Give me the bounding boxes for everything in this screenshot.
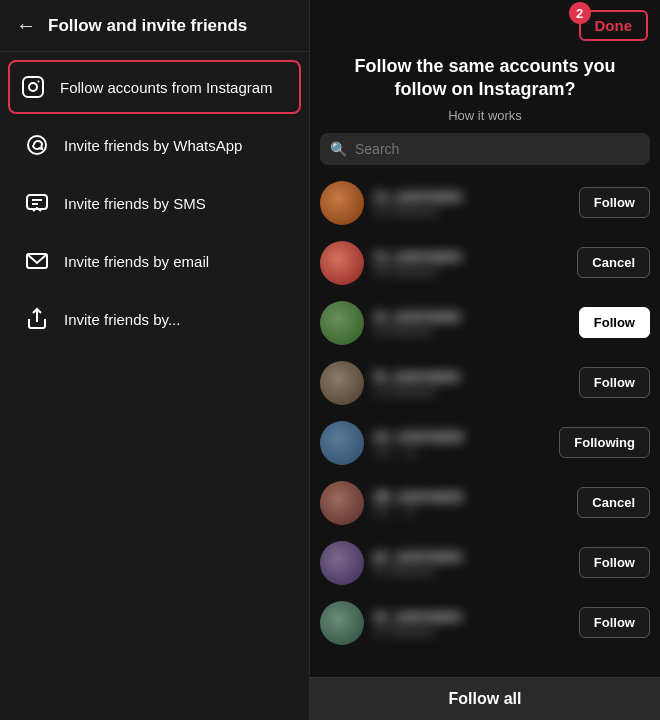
follow-all-bar: Follow all [310,677,660,720]
account-name: ak_username [374,488,567,504]
following-button[interactable]: Following [559,427,650,458]
sidebar-item-sms-label: Invite friends by SMS [64,195,206,212]
avatar [320,241,364,285]
search-input[interactable] [355,141,640,157]
account-info: pr_username Pr fullname [374,548,569,578]
account-info: m_username M fullname [374,308,569,338]
account-info: ar_username Ar fullname [374,608,569,638]
sidebar-item-whatsapp-label: Invite friends by WhatsApp [64,137,242,154]
account-info: ru_username Ru fullname [374,188,569,218]
table-row: la_username La fullname Follow [310,353,660,413]
account-sub: Ru fullname [374,204,569,218]
avatar [320,301,364,345]
account-sub: Ar fullname [374,624,569,638]
account-sub: Ca ... lz... [374,444,549,458]
account-name: pr_username [374,548,569,564]
how-it-works-link[interactable]: How it works [310,102,660,133]
right-header: 2 Done [310,0,660,51]
cancel-button[interactable]: Cancel [577,487,650,518]
table-row: ar_username Ar fullname Follow [310,593,660,653]
sidebar-item-email-label: Invite friends by email [64,253,209,270]
right-panel: 2 Done Follow the same accounts you foll… [310,0,660,720]
sms-icon [24,190,50,216]
sidebar-item-whatsapp[interactable]: Invite friends by WhatsApp [8,118,301,172]
cancel-button[interactable]: Cancel [577,247,650,278]
sidebar-item-sms[interactable]: Invite friends by SMS [8,176,301,230]
follow-button[interactable]: Follow [579,367,650,398]
instagram-icon [20,74,46,100]
sidebar-item-instagram-label: Follow accounts from Instagram [60,79,273,96]
search-bar: 🔍 [320,133,650,165]
table-row: ex_username Ca ... lz... Following [310,413,660,473]
avatar [320,361,364,405]
svg-point-1 [29,83,37,91]
account-sub: M fullname [374,324,569,338]
follow-all-button[interactable]: Follow all [322,690,648,708]
table-row: ak_username Ak ... rk Cancel [310,473,660,533]
account-name: ar_username [374,608,569,624]
table-row: ru_username Ru fullname Follow [310,173,660,233]
search-icon: 🔍 [330,141,347,157]
follow-button[interactable]: Follow [579,547,650,578]
account-info: ex_username Ca ... lz... [374,428,549,458]
follow-button[interactable]: Follow [579,607,650,638]
sidebar-item-other-label: Invite friends by... [64,311,180,328]
avatar [320,421,364,465]
account-name: ru_username [374,188,569,204]
left-panel: ← Follow and invite friends Follow accou… [0,0,310,720]
page-title: Follow and invite friends [48,16,247,36]
account-sub: La fullname [374,384,569,398]
avatar [320,181,364,225]
sidebar-item-other[interactable]: Invite friends by... [8,292,301,346]
avatar [320,481,364,525]
account-name: m_username [374,308,569,324]
accounts-list: ru_username Ru fullname Follow ra_userna… [310,173,660,677]
back-button[interactable]: ← [16,14,36,37]
account-sub: Ak ... rk [374,504,567,518]
account-info: la_username La fullname [374,368,569,398]
account-info: ak_username Ak ... rk [374,488,567,518]
step-2-badge: 2 [569,2,591,24]
svg-point-3 [28,136,46,154]
sidebar-item-email[interactable]: Invite friends by email [8,234,301,288]
follow-button[interactable]: Follow [579,187,650,218]
table-row: m_username M fullname Follow [310,293,660,353]
whatsapp-icon [24,132,50,158]
avatar [320,541,364,585]
account-name: la_username [374,368,569,384]
share-icon [24,306,50,332]
account-sub: Re fullname [374,264,567,278]
done-button[interactable]: 2 Done [579,10,649,41]
avatar [320,601,364,645]
table-row: ra_username Re fullname Cancel [310,233,660,293]
main-title: Follow the same accounts you follow on I… [310,51,660,102]
table-row: pr_username Pr fullname Follow [310,533,660,593]
account-sub: Pr fullname [374,564,569,578]
account-info: ra_username Re fullname [374,248,567,278]
account-name: ra_username [374,248,567,264]
follow-highlight-button[interactable]: Follow [579,307,650,338]
svg-point-2 [38,81,40,83]
sidebar-item-instagram[interactable]: Follow accounts from Instagram [8,60,301,114]
svg-rect-0 [23,77,43,97]
header-bar: ← Follow and invite friends [0,0,309,52]
account-name: ex_username [374,428,549,444]
email-icon [24,248,50,274]
